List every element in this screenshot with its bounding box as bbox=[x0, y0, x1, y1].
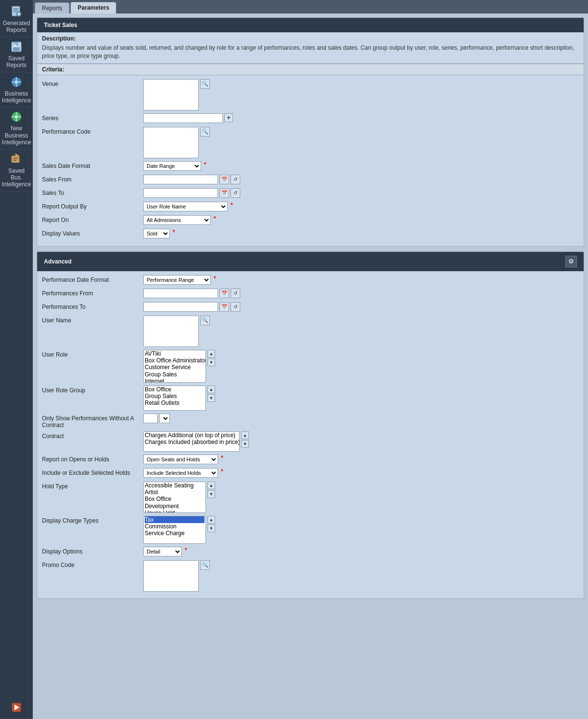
hold-type-row: Hold Type Accessible Seating Artist Box … bbox=[42, 482, 579, 513]
tab-parameters[interactable]: Parameters bbox=[70, 2, 116, 14]
sales-date-format-label: Sales Date Format bbox=[42, 161, 143, 169]
only-show-control bbox=[143, 414, 579, 423]
performances-from-row: Performances From 📅 ↺ bbox=[42, 289, 579, 299]
sales-from-clock-button[interactable]: ↺ bbox=[231, 175, 240, 184]
advanced-settings-button[interactable]: ⚙ bbox=[565, 256, 577, 267]
report-output-by-row: Report Output By User Role Name User Rol… bbox=[42, 202, 579, 212]
contract-control: Charges Additional (on top of price) Cha… bbox=[143, 431, 579, 452]
sidebar-item-saved-bi[interactable]: Saved Bus. Intelligence bbox=[0, 150, 33, 192]
series-plus-button[interactable]: + bbox=[224, 113, 233, 122]
sidebar-item-generated-reports[interactable]: Generated Reports bbox=[0, 2, 33, 37]
sales-from-calendar-button[interactable]: 📅 bbox=[219, 175, 229, 184]
sidebar-item-generated-reports-label: Generated Reports bbox=[3, 20, 30, 34]
display-values-select[interactable]: Sold Unsold Both bbox=[143, 229, 170, 238]
performances-to-clk-button[interactable]: ↺ bbox=[231, 302, 240, 312]
performances-to-control: 📅 ↺ bbox=[143, 302, 579, 312]
sales-date-format-required: * bbox=[204, 161, 206, 168]
performances-to-row: Performances To 📅 ↺ bbox=[42, 302, 579, 313]
user-role-scrolldown-button[interactable]: ▼ bbox=[207, 359, 215, 366]
include-exclude-required: * bbox=[221, 468, 223, 475]
performances-from-input[interactable] bbox=[143, 289, 218, 298]
promo-code-control: 🔍 bbox=[143, 560, 579, 592]
performance-code-listbox[interactable] bbox=[143, 127, 199, 158]
perf-date-format-control: Performance Range Single Date * bbox=[143, 275, 579, 285]
sidebar-item-saved-bi-label: Saved Bus. Intelligence bbox=[2, 167, 31, 188]
performance-code-search-button[interactable]: 🔍 bbox=[200, 127, 210, 137]
sidebar-item-arrow[interactable] bbox=[0, 698, 33, 719]
display-options-label: Display Options bbox=[42, 547, 143, 555]
contract-label: Contract bbox=[42, 431, 143, 440]
user-name-control: 🔍 bbox=[143, 316, 579, 347]
user-role-group-label: User Role Group bbox=[42, 386, 143, 394]
sales-to-calendar-button[interactable]: 📅 bbox=[219, 188, 229, 198]
user-name-search-button[interactable]: 🔍 bbox=[200, 316, 210, 325]
sales-date-format-control: Date Range Single Date Month * bbox=[143, 161, 579, 171]
series-input[interactable] bbox=[143, 113, 223, 123]
main-content: Reports Parameters Ticket Sales Descript… bbox=[33, 0, 588, 719]
venue-listbox[interactable] bbox=[143, 79, 199, 111]
include-exclude-select[interactable]: Include Selected Holds Exclude Selected … bbox=[143, 468, 218, 478]
sidebar-item-business-intelligence[interactable]: Business Intelligence bbox=[0, 72, 33, 108]
display-charge-types-select[interactable]: Tax Commission Service Charge bbox=[143, 516, 206, 544]
sales-from-input[interactable] bbox=[143, 175, 218, 184]
perf-date-format-select[interactable]: Performance Range Single Date bbox=[143, 275, 211, 285]
display-options-required: * bbox=[185, 547, 187, 553]
report-on-row: Report On All Admissions Admissions Only… bbox=[42, 215, 579, 226]
contract-scrolldown-button[interactable]: ▼ bbox=[241, 440, 249, 448]
user-role-group-select[interactable]: Box Office Group Sales Retail Outlets bbox=[143, 386, 206, 411]
user-role-group-scrolldown-button[interactable]: ▼ bbox=[207, 394, 215, 402]
criteria-section: Criteria: Venue 🔍 Seri bbox=[37, 63, 584, 246]
display-charge-types-row: Display Charge Types Tax Commission Serv… bbox=[42, 516, 579, 544]
display-options-select[interactable]: Detail Summary bbox=[143, 547, 182, 556]
performances-from-cal-button[interactable]: 📅 bbox=[219, 289, 229, 298]
promo-code-listbox[interactable] bbox=[143, 560, 199, 592]
arrow-icon bbox=[10, 701, 23, 714]
performances-to-input[interactable] bbox=[143, 302, 218, 312]
user-role-scrollup-button[interactable]: ▲ bbox=[207, 350, 215, 358]
user-role-group-control: Box Office Group Sales Retail Outlets ▲ … bbox=[143, 386, 579, 411]
display-values-control: Sold Unsold Both * bbox=[143, 229, 579, 238]
charge-types-scrolldown-button[interactable]: ▼ bbox=[207, 525, 215, 532]
sidebar-item-saved-reports-label: Saved Reports bbox=[6, 55, 27, 69]
report-opens-holds-select[interactable]: Open Seats and Holds Open Seats Only Hol… bbox=[143, 455, 218, 464]
report-on-select[interactable]: All Admissions Admissions Only bbox=[143, 215, 211, 225]
report-output-by-required: * bbox=[231, 202, 233, 208]
perf-date-format-row: Performance Date Format Performance Rang… bbox=[42, 275, 579, 286]
sidebar-item-saved-reports[interactable]: Saved Reports bbox=[0, 37, 33, 72]
perf-date-format-label: Performance Date Format bbox=[42, 275, 143, 283]
contract-select[interactable]: Charges Additional (on top of price) Cha… bbox=[143, 431, 240, 452]
hold-type-scrollup-button[interactable]: ▲ bbox=[207, 482, 215, 489]
svg-rect-23 bbox=[12, 156, 19, 163]
svg-point-12 bbox=[14, 80, 18, 84]
performances-from-clk-button[interactable]: ↺ bbox=[231, 289, 240, 298]
user-role-group-scrollup-button[interactable]: ▲ bbox=[207, 386, 215, 393]
svg-point-18 bbox=[14, 115, 18, 119]
user-role-select[interactable]: AVTiki Box Office Administrator Customer… bbox=[143, 350, 206, 383]
display-values-row: Display Values Sold Unsold Both * bbox=[42, 229, 579, 239]
report-output-by-select[interactable]: User Role Name User Role Series Performa… bbox=[143, 202, 228, 211]
promo-code-search-button[interactable]: 🔍 bbox=[200, 560, 210, 570]
user-role-control: AVTiki Box Office Administrator Customer… bbox=[143, 350, 579, 383]
advanced-header: Advanced ⚙ bbox=[37, 252, 584, 271]
perf-code-wrapper bbox=[143, 127, 199, 158]
hold-type-scrolldown-button[interactable]: ▼ bbox=[207, 490, 215, 498]
sidebar-item-new-bi[interactable]: New Business Intelligence bbox=[0, 107, 33, 149]
description-section: Description: Displays number and value o… bbox=[37, 32, 584, 63]
contract-scrollup-button[interactable]: ▲ bbox=[241, 431, 249, 439]
sales-to-input[interactable] bbox=[143, 188, 218, 198]
only-show-select[interactable] bbox=[159, 414, 170, 423]
hold-type-select[interactable]: Accessible Seating Artist Box Office Dev… bbox=[143, 482, 206, 513]
sales-to-clock-button[interactable]: ↺ bbox=[231, 188, 240, 198]
promo-code-row: Promo Code 🔍 bbox=[42, 560, 579, 592]
report-opens-holds-label: Report on Opens or Holds bbox=[42, 455, 143, 463]
charge-types-scrollup-button[interactable]: ▲ bbox=[207, 516, 215, 524]
only-show-input[interactable] bbox=[143, 414, 158, 423]
sales-to-label: Sales To bbox=[42, 188, 143, 196]
user-name-listbox[interactable] bbox=[143, 316, 199, 347]
tab-reports[interactable]: Reports bbox=[35, 2, 69, 14]
user-name-label: User Name bbox=[42, 316, 143, 324]
sales-date-format-select[interactable]: Date Range Single Date Month bbox=[143, 161, 201, 171]
performances-to-cal-button[interactable]: 📅 bbox=[219, 302, 229, 312]
venue-search-button[interactable]: 🔍 bbox=[200, 79, 210, 89]
display-charge-types-control: Tax Commission Service Charge ▲ ▼ bbox=[143, 516, 579, 544]
